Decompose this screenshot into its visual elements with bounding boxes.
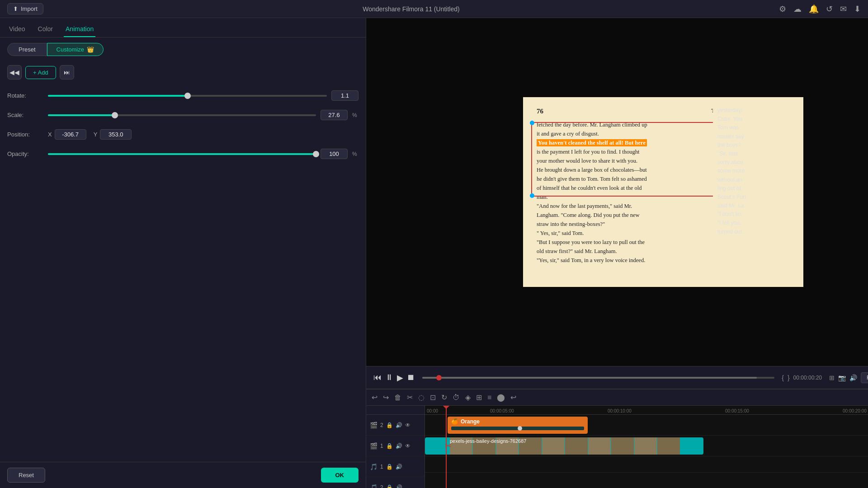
crown-icon: 👑	[87, 46, 94, 53]
top-bar-icons: ⚙ ☁ 🔔 ↺ ✉ ⬇	[779, 4, 861, 14]
timeline-toolbar: ↩ ↪ 🗑 ✂ ◌ ⊡ ↻ ⏱ ◈ ⊞ ≡ ⬤ ↩	[366, 389, 868, 406]
add-keyframe-button[interactable]: + Add	[25, 66, 56, 79]
align-icon[interactable]: ≡	[487, 394, 491, 402]
track1-eye-icon[interactable]: 👁	[405, 443, 410, 449]
preset-bar: Preset Customize 👑	[0, 38, 366, 61]
ruler-mark-3: 00:00:15:00	[725, 408, 843, 413]
scale-label: Scale:	[7, 112, 48, 118]
ripple-icon[interactable]: ◌	[418, 393, 425, 402]
opacity-label: Opacity:	[7, 150, 48, 157]
track1-lock-icon[interactable]: 🔒	[386, 443, 393, 449]
track2-mute-icon[interactable]: 🔊	[396, 422, 402, 428]
track2-number: 🎬	[370, 422, 377, 429]
split-icon[interactable]: ⊞	[476, 393, 482, 402]
track-labels: 🎬 2 🔒 🔊 👁 🎬 1 🔒 🔊 👁	[366, 406, 425, 488]
pos-y-input[interactable]	[100, 129, 132, 140]
track-row-1: ✂ pexels-jess-bailey-designs-762687	[425, 436, 868, 456]
audio1-mute-icon[interactable]: 🔊	[396, 464, 402, 470]
speed-icon[interactable]: ⏱	[453, 394, 460, 402]
customize-button[interactable]: Customize 👑	[47, 43, 104, 56]
tab-color[interactable]: Color	[36, 22, 55, 37]
rotate-slider-area: 1.1	[48, 90, 359, 101]
preset-button[interactable]: Preset	[7, 43, 47, 56]
layout-icon[interactable]: ⊞	[829, 374, 835, 381]
opacity-slider-track[interactable]	[48, 153, 316, 155]
orange-clip-header: 🍊 Orange	[451, 418, 584, 425]
keyframe-handle[interactable]	[518, 426, 522, 431]
video-clip[interactable]: ✂ pexels-jess-bailey-designs-762687	[425, 437, 703, 455]
import-icon: ⬆	[13, 5, 18, 12]
tab-video[interactable]: Video	[7, 22, 27, 37]
track1-mute-icon[interactable]: 🔊	[396, 443, 402, 449]
track2-lock-icon[interactable]: 🔒	[386, 422, 393, 428]
scale-slider-area: %	[48, 110, 359, 120]
bottom-buttons: Reset OK	[0, 462, 366, 488]
preview-area: 76 TALES AT BEDTIME fetched the day befo…	[366, 18, 868, 366]
thumb-10	[657, 437, 680, 455]
audio1-label: 1	[380, 464, 383, 470]
color-tl-icon[interactable]: ◈	[465, 393, 471, 402]
audio2-mute-icon[interactable]: 🔊	[396, 484, 402, 488]
playhead[interactable]	[446, 406, 447, 488]
timeline-content: 🎬 2 🔒 🔊 👁 🎬 1 🔒 🔊 👁	[366, 406, 868, 488]
rc-13: "I don't kn	[717, 210, 799, 219]
cloud-icon[interactable]: ☁	[793, 4, 802, 14]
handle-bl[interactable]	[530, 193, 534, 198]
rc-3: Tom was	[717, 123, 799, 132]
reset-button[interactable]: Reset	[7, 468, 45, 483]
audio-track-row-1	[425, 456, 868, 473]
scale-unit: %	[352, 112, 359, 118]
quality-select[interactable]: Full	[861, 372, 868, 383]
ruler-mark-2: 00:00:10:00	[608, 408, 725, 413]
audio2-icon: 🎵	[370, 484, 377, 488]
orange-clip[interactable]: 🍊 Orange	[448, 417, 588, 434]
ok-button[interactable]: OK	[321, 468, 359, 483]
page-number: 76	[537, 106, 543, 117]
opacity-unit: %	[352, 151, 359, 157]
rc-2: Cubs. You	[717, 115, 799, 123]
opacity-slider-area: %	[48, 149, 359, 159]
audio1-lock-icon[interactable]: 🔒	[386, 464, 393, 470]
seek-thumb[interactable]	[436, 375, 442, 380]
next-keyframe-button[interactable]: ⏭	[60, 65, 74, 80]
import-button[interactable]: ⬆ Import	[7, 3, 43, 14]
rotate-slider-track[interactable]	[48, 95, 327, 97]
pos-x-input[interactable]	[55, 129, 86, 140]
rotate-value[interactable]: 1.1	[331, 90, 359, 101]
play-pause-button[interactable]: ⏸	[385, 373, 393, 382]
position-inputs: X Y	[48, 129, 139, 140]
cut-tool-icon[interactable]: ✂	[407, 393, 413, 402]
back-icon[interactable]: ↩	[510, 393, 516, 402]
audio2-lock-icon[interactable]: 🔒	[386, 484, 393, 488]
refresh-icon[interactable]: ↺	[826, 4, 833, 14]
tab-animation[interactable]: Animation	[64, 22, 95, 37]
undo-icon[interactable]: ↩	[372, 393, 377, 402]
step-back-button[interactable]: ⏮	[373, 373, 382, 382]
camera-icon[interactable]: 📷	[838, 374, 846, 381]
settings-icon[interactable]: ⚙	[779, 4, 786, 14]
delete-icon[interactable]: 🗑	[394, 394, 401, 402]
top-bar-left: ⬆ Import	[7, 3, 43, 14]
opacity-value[interactable]	[321, 149, 348, 159]
bell-icon[interactable]: 🔔	[809, 4, 819, 14]
rotate-tl-icon[interactable]: ↻	[441, 393, 447, 402]
right-panel: 76 TALES AT BEDTIME fetched the day befo…	[366, 18, 868, 488]
stop-button[interactable]: ⏹	[407, 373, 415, 382]
rotate-label: Rotate:	[7, 92, 48, 99]
scale-value[interactable]	[321, 110, 348, 120]
track2-eye-icon[interactable]: 👁	[405, 422, 410, 428]
prev-icon: ◀◀	[9, 69, 19, 76]
marker-icon[interactable]: ⬤	[497, 393, 505, 402]
download-icon[interactable]: ⬇	[854, 4, 861, 14]
seek-bar[interactable]	[422, 377, 774, 379]
rc-7: sorry abou	[717, 158, 799, 167]
mail-icon[interactable]: ✉	[840, 4, 847, 14]
redo-icon[interactable]: ↪	[383, 393, 389, 402]
position-label: Position:	[7, 131, 48, 138]
handle-tl[interactable]	[530, 121, 534, 125]
play-button[interactable]: ▶	[397, 373, 403, 383]
audio-icon[interactable]: 🔊	[849, 374, 857, 381]
scale-slider-track[interactable]	[48, 114, 316, 116]
prev-keyframe-button[interactable]: ◀◀	[7, 65, 22, 80]
crop-icon[interactable]: ⊡	[430, 393, 436, 402]
